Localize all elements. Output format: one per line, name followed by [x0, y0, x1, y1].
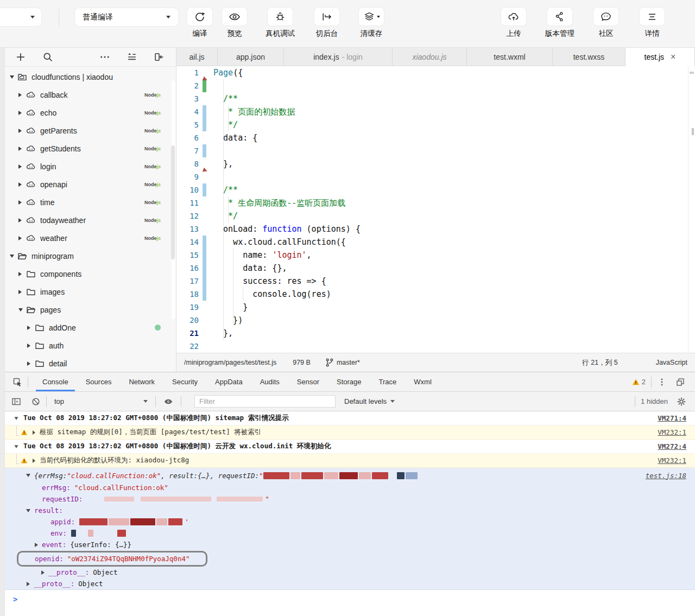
- add-icon[interactable]: [15, 52, 26, 62]
- expand-arrow-icon[interactable]: [41, 570, 45, 575]
- toolbar-button-refresh[interactable]: 编译: [185, 8, 214, 39]
- chevron-right-icon[interactable]: [18, 218, 26, 223]
- search-icon[interactable]: [42, 52, 53, 62]
- tree-item-weather[interactable]: weatherNodejs: [0, 229, 176, 247]
- devtools-tab-console[interactable]: Console: [34, 372, 77, 391]
- tree-item-time[interactable]: timeNodejs: [0, 193, 176, 211]
- devtools-tab-audits[interactable]: Audits: [251, 372, 288, 391]
- tree-item-getStudents[interactable]: getStudentsNodejs: [0, 139, 176, 157]
- toolbar-button-branch[interactable]: 版本管理: [545, 8, 574, 39]
- source-link[interactable]: VM271:4: [658, 414, 686, 422]
- tree-item-pages[interactable]: pages: [0, 301, 176, 319]
- line-number[interactable]: 12: [176, 209, 203, 223]
- line-number[interactable]: 6: [176, 131, 203, 144]
- collapse-all-icon[interactable]: [127, 52, 137, 62]
- line-number[interactable]: 10: [176, 183, 203, 196]
- warning-log[interactable]: 当前代码初始化的默认环境为: xiaodou-jtc8gVM232:1: [0, 454, 695, 468]
- expand-arrow-icon[interactable]: [14, 417, 18, 420]
- line-number[interactable]: 8: [176, 157, 203, 170]
- devtools-tab-sources[interactable]: Sources: [77, 372, 121, 391]
- expand-arrow-icon[interactable]: [14, 445, 18, 448]
- sidebar-scrollbar[interactable]: [172, 80, 175, 319]
- inspect-element-icon[interactable]: [12, 377, 22, 387]
- tree-item-detail[interactable]: detail: [0, 354, 176, 372]
- overview-ruler[interactable]: [688, 66, 695, 353]
- chevron-right-icon[interactable]: [18, 111, 26, 115]
- devtools-tab-sensor[interactable]: Sensor: [288, 372, 328, 391]
- line-number[interactable]: 15: [176, 249, 203, 262]
- chevron-right-icon[interactable]: [18, 182, 26, 187]
- tab-test.js[interactable]: test.js×: [626, 48, 695, 66]
- source-link[interactable]: test.js:18: [646, 472, 686, 480]
- console-sidebar-icon[interactable]: [11, 397, 21, 407]
- git-branch[interactable]: master*: [325, 358, 360, 367]
- live-expression-icon[interactable]: [163, 397, 173, 407]
- tab-app.json[interactable]: app.json: [218, 48, 284, 66]
- chevron-right-icon[interactable]: [27, 326, 35, 330]
- warning-count-badge[interactable]: 2: [632, 378, 646, 386]
- chevron-right-icon[interactable]: [27, 344, 35, 348]
- context-selector[interactable]: top: [54, 397, 148, 405]
- toolbar-button-eye[interactable]: 预览: [220, 8, 249, 39]
- line-number[interactable]: 16: [176, 262, 203, 275]
- source-link[interactable]: VM232:1: [658, 456, 686, 465]
- devtools-tab-security[interactable]: Security: [163, 372, 206, 391]
- toolbar-button-upload[interactable]: 上传: [499, 8, 528, 39]
- chevron-right-icon[interactable]: [18, 129, 26, 133]
- expand-arrow-icon[interactable]: [33, 430, 35, 435]
- devtools-tab-appdata[interactable]: AppData: [206, 372, 251, 391]
- group-log[interactable]: Tue Oct 08 2019 18:27:02 GMT+0800 (中国标准时…: [0, 440, 695, 454]
- chevron-down-icon[interactable]: [18, 308, 26, 312]
- tab-index.js[interactable]: index.js- login: [284, 48, 393, 66]
- warning-log[interactable]: 根据 sitemap 的规则[0]，当前页面 [pages/test/test]…: [0, 426, 695, 440]
- expand-arrow-icon[interactable]: [35, 543, 38, 547]
- expand-arrow-icon[interactable]: [26, 474, 30, 477]
- compile-mode-dropdown[interactable]: 普通编译: [75, 8, 178, 26]
- tab-test.wxml[interactable]: test.wxml: [467, 48, 553, 66]
- line-number[interactable]: 5: [176, 118, 203, 131]
- line-number[interactable]: 22: [176, 340, 203, 353]
- toolbar-button-bug[interactable]: 真机调试: [266, 8, 295, 39]
- tree-item-images[interactable]: images: [0, 283, 176, 301]
- chevron-right-icon[interactable]: [18, 290, 26, 294]
- line-number[interactable]: 18: [176, 288, 203, 301]
- console-prompt[interactable]: >: [0, 590, 695, 604]
- tab-ail.js[interactable]: ail.js: [176, 48, 218, 66]
- toolbar-button-menu[interactable]: 详情: [637, 8, 667, 39]
- line-number[interactable]: 1: [176, 66, 203, 79]
- expand-arrow-icon[interactable]: [33, 459, 35, 463]
- line-number[interactable]: 20: [176, 314, 203, 327]
- tree-item-todayweather[interactable]: todayweatherNodejs: [0, 211, 176, 229]
- chevron-right-icon[interactable]: [27, 361, 35, 366]
- line-number[interactable]: 4: [176, 105, 203, 118]
- chevron-right-icon[interactable]: [18, 272, 26, 276]
- log-levels-dropdown[interactable]: Default levels: [344, 397, 395, 405]
- tree-item-openapi[interactable]: openapiNodejs: [0, 175, 176, 193]
- filter-input[interactable]: [194, 395, 336, 408]
- object-row-proto[interactable]: __proto__:Object: [0, 578, 695, 589]
- line-number[interactable]: 17: [176, 275, 203, 288]
- chevron-right-icon[interactable]: [18, 164, 26, 169]
- chevron-down-icon[interactable]: [10, 75, 17, 79]
- code-editor[interactable]: 1Page({23 /**4 * 页面的初始数据5 */6 data: {78 …: [176, 66, 695, 353]
- clear-console-icon[interactable]: [31, 397, 41, 407]
- object-preview[interactable]: {errMsg: "cloud.callFunction:ok", result…: [0, 469, 695, 482]
- tab-xiaodou.js[interactable]: xiaodou.js: [393, 48, 467, 66]
- chevron-right-icon[interactable]: [18, 147, 26, 151]
- toolbar-button-background[interactable]: 切后台: [312, 8, 342, 39]
- hidden-messages-label[interactable]: 1 hidden: [641, 397, 668, 405]
- object-row-result[interactable]: result:: [0, 505, 695, 516]
- tree-item-components[interactable]: components: [0, 265, 176, 283]
- group-log[interactable]: Tue Oct 08 2019 18:27:02 GMT+0800 (中国标准时…: [0, 411, 695, 426]
- line-number[interactable]: 13: [176, 223, 203, 236]
- tree-item-miniprogram[interactable]: miniprogram: [0, 247, 176, 265]
- chevron-right-icon[interactable]: [18, 200, 26, 205]
- line-number[interactable]: 21: [176, 327, 203, 340]
- source-link[interactable]: VM232:1: [658, 428, 686, 436]
- devtools-tab-network[interactable]: Network: [120, 372, 163, 391]
- tree-item-echo[interactable]: echoNodejs: [0, 104, 176, 122]
- tree-item-auth[interactable]: auth: [0, 336, 176, 354]
- devtools-tab-trace[interactable]: Trace: [370, 372, 406, 391]
- line-number[interactable]: 19: [176, 301, 203, 314]
- device-dropdown[interactable]: [0, 8, 41, 26]
